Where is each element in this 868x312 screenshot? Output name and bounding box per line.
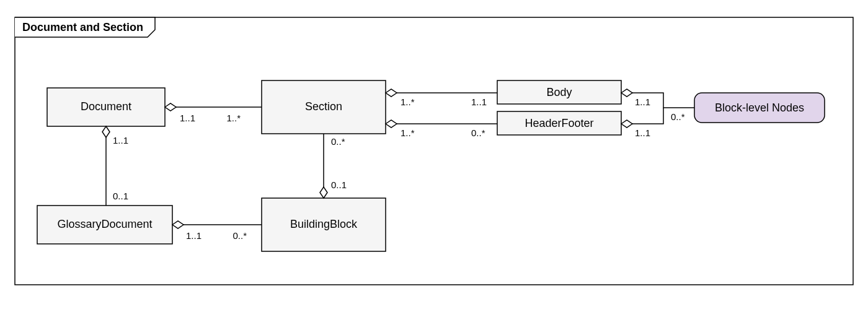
diamond-buildingblock-section (320, 187, 327, 198)
diamond-body-blocklevel (621, 89, 632, 97)
mult-docsec-doc: 1..1 (180, 113, 195, 123)
mult-glosbb-glos: 1..1 (186, 230, 202, 241)
mult-docglos-doc: 1..1 (113, 135, 128, 145)
mult-secbody-sec: 1..* (401, 97, 415, 107)
frame-title: Document and Section (22, 21, 143, 33)
mult-secbody-body: 1..1 (471, 97, 487, 107)
diamond-document-glossary (102, 126, 110, 137)
frame-border (15, 17, 853, 285)
edge-headerfooter-blocklevel (632, 108, 663, 124)
label-header-footer: HeaderFooter (525, 117, 593, 129)
diamond-document-section (165, 103, 176, 111)
label-building-block: BuildingBlock (290, 218, 358, 230)
mult-bbsec-bb: 0..1 (331, 180, 347, 190)
mult-glosbb-bb: 0..* (232, 230, 247, 241)
mult-sechf-hf: 0..* (471, 128, 485, 138)
uml-diagram: Document and Section Document Section Gl… (0, 0, 868, 312)
label-document: Document (81, 100, 131, 113)
mult-docglos-glos: 0..1 (113, 191, 128, 201)
diamond-section-body (386, 89, 397, 97)
mult-bodyblock-block: 0..* (671, 111, 685, 122)
mult-docsec-sec: 1..* (226, 113, 241, 123)
diamond-section-headerfooter (386, 120, 397, 128)
label-section: Section (305, 100, 342, 113)
mult-bodyblock-body: 1..1 (635, 97, 650, 107)
diamond-headerfooter-blocklevel (621, 120, 632, 128)
mult-bbsec-sec: 0..* (331, 136, 345, 147)
label-block-level-nodes: Block-level Nodes (715, 102, 804, 114)
mult-hfblock-hf: 1..1 (635, 128, 650, 138)
diamond-glossary-buildingblock (172, 221, 184, 228)
label-body: Body (546, 86, 572, 98)
label-glossary-document: GlossaryDocument (57, 218, 152, 230)
mult-sechf-sec: 1..* (401, 128, 415, 138)
